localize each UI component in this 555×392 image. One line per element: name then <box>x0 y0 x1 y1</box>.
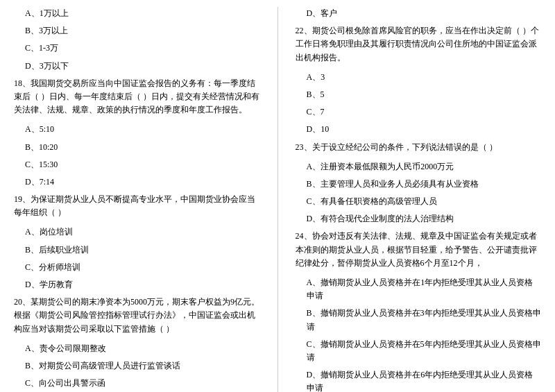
option-item: B、主要管理人员和业务人员必须具有从业资格 <box>296 178 542 191</box>
option-item: D、10 <box>296 123 542 136</box>
question-text: 24、协会对违反有关法律、法规、规章及中国证监会有关规定或者本准则的期货从业人员… <box>296 230 542 270</box>
option-item: A、岗位培训 <box>14 225 260 239</box>
option-item: A、撤销期货从业人员资格并在1年内拒绝受理其从业人员资格申请 <box>296 276 542 302</box>
option-item: A、3 <box>296 71 542 84</box>
question-text: 23、关于设立经纪公司的条件，下列说法错误的是（ ） <box>296 141 542 154</box>
option-item: A、注册资本最低限额为人民币2000万元 <box>296 160 542 173</box>
option-item: A、1万以上 <box>14 7 260 20</box>
option-item: D、学历教育 <box>14 278 260 291</box>
question-text: 20、某期货公司的期末净资本为5000万元，期末客户权益为9亿元。根据《期货公司… <box>14 296 260 336</box>
column-divider <box>278 7 278 392</box>
option-item: B、后续职业培训 <box>14 244 260 257</box>
option-item: C、撤销期货从业人员资格并在5年内拒绝受理其从业人员资格申请 <box>296 338 542 364</box>
right-column: D、客户22、期货公司根免除首席风险官的职务，应当在作出决定前（ ）个工作日将免… <box>296 7 542 392</box>
question-text: 18、我国期货交易所应当向中国证监会报告的义务有：每一季度结束后（ ）日内、每一… <box>14 77 260 117</box>
option-item: D、7:14 <box>14 176 260 189</box>
option-item: C、7 <box>296 105 542 119</box>
left-column: A、1万以上B、3万以上C、1-3万D、3万以下18、我国期货交易所应当向中国证… <box>14 7 260 392</box>
option-item: C、1-3万 <box>14 42 260 55</box>
option-item: D、客户 <box>296 7 542 20</box>
option-item: A、责令公司限期整改 <box>14 342 260 355</box>
option-item: B、10:20 <box>14 141 260 154</box>
option-item: D、有符合现代企业制度的法人治理结构 <box>296 212 542 225</box>
option-item: C、有具备任职资格的高级管理人员 <box>296 195 542 208</box>
option-item: B、撤销期货从业人员资格并在3年内拒绝受理其从业人员资格申请 <box>296 307 542 333</box>
columns-layout: A、1万以上B、3万以上C、1-3万D、3万以下18、我国期货交易所应当向中国证… <box>14 7 541 392</box>
option-item: C、分析师培训 <box>14 261 260 274</box>
option-item: C、向公司出具警示函 <box>14 377 260 390</box>
option-item: C、15:30 <box>14 158 260 171</box>
option-item: B、对期货公司高级管理人员进行监管谈话 <box>14 359 260 373</box>
option-item: A、5:10 <box>14 123 260 136</box>
option-item: B、3万以上 <box>14 24 260 37</box>
question-text: 19、为保证期货从业人员不断提高专业水平，中国期货业协会应当每年组织（ ） <box>14 193 260 219</box>
page-container: A、1万以上B、3万以上C、1-3万D、3万以下18、我国期货交易所应当向中国证… <box>14 7 541 392</box>
option-item: D、3万以下 <box>14 60 260 73</box>
question-text: 22、期货公司根免除首席风险官的职务，应当在作出决定前（ ）个工作日将免职理由及… <box>296 24 542 65</box>
option-item: B、5 <box>296 88 542 101</box>
option-item: D、撤销期货从业人员资格并在6年内拒绝受理其从业人员资格申请 <box>296 368 542 392</box>
